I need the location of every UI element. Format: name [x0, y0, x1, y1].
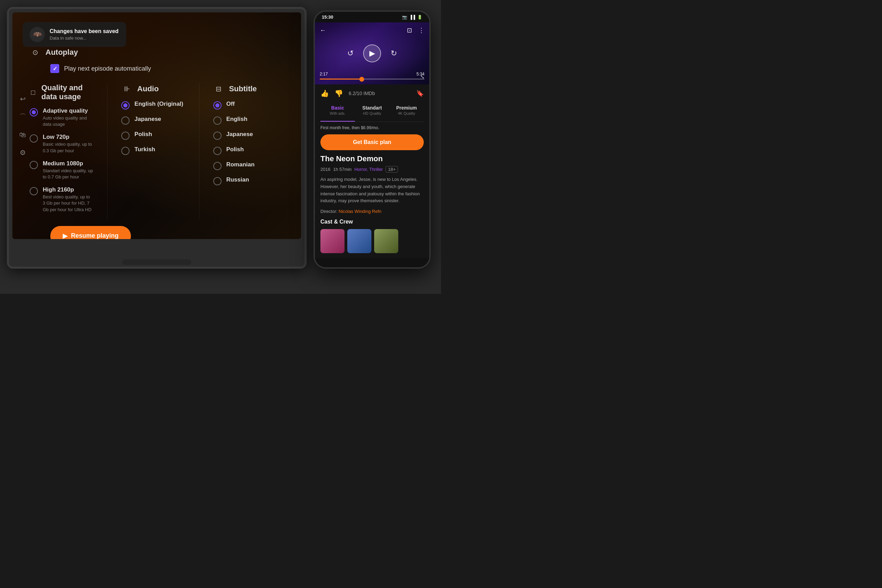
radio-circle	[213, 132, 222, 140]
radio-circle	[121, 101, 129, 110]
rewind-button[interactable]: ↺	[347, 49, 354, 58]
settings-panel: ⊙ Autoplay ✓ Play next episode automatic…	[30, 47, 291, 229]
autoplay-header: ⊙ Autoplay	[30, 47, 291, 58]
radio-text: English	[226, 116, 248, 123]
plan-premium-desc: 4K Quality	[391, 111, 422, 116]
radio-text: Low 720p Basic video quality, up to 0.3 …	[43, 134, 93, 154]
imdb-score: 6.2/10 IMDb	[349, 91, 375, 96]
sliders-icon[interactable]: ⚙	[18, 148, 28, 158]
quality-header: □ Quality and data usage	[30, 83, 93, 101]
subtitle-option[interactable]: Russian	[213, 176, 277, 185]
audio-title: Audio	[137, 84, 159, 93]
bag-icon[interactable]: 🛍	[18, 130, 28, 140]
cast-row	[320, 229, 424, 253]
autoplay-checkbox[interactable]: ✓	[50, 64, 59, 73]
director-row: Director: Nicolas Winding Refn	[320, 209, 424, 214]
subtitle-title: Subtitle	[229, 84, 257, 93]
bookmark-icon[interactable]: 🔖	[416, 90, 424, 97]
play-icon: ▶	[63, 232, 68, 239]
thumbs-down-icon[interactable]: 👎	[334, 89, 343, 98]
quality-section: □ Quality and data usage Adaptive qualit…	[30, 83, 107, 219]
radio-text: Japanese	[226, 131, 253, 138]
divider-2	[199, 83, 200, 219]
thumbs-up-icon[interactable]: 👍	[320, 89, 329, 98]
radio-circle	[121, 147, 129, 155]
signal-icon: ▐▐	[409, 15, 415, 20]
back-icon[interactable]: ↩	[18, 94, 28, 104]
plans-row: Basic With ads. Standart HD Quality Prem…	[320, 103, 424, 122]
play-pause-button[interactable]: ▶	[363, 44, 381, 62]
player-btn-row: ↺ ▶ ↻	[347, 44, 397, 62]
volume-icon[interactable]: ⌒	[18, 112, 28, 122]
cast-member-2[interactable]	[347, 229, 371, 253]
subtitle-icon: ⊟	[213, 83, 224, 94]
cast-member-1[interactable]	[320, 229, 345, 253]
radio-text: High 2160p Best video quality, up to 3 G…	[43, 186, 93, 213]
tv: 🦇 Changes have been saved Data in safe n…	[7, 7, 307, 268]
quality-option[interactable]: Medium 1080p Standart video quality, up …	[30, 160, 93, 180]
movie-year: 2016	[320, 167, 330, 172]
audio-option[interactable]: Polish	[121, 131, 185, 140]
radio-text: Medium 1080p Standart video quality, up …	[43, 160, 93, 180]
autoplay-section: ⊙ Autoplay ✓ Play next episode automatic…	[30, 47, 291, 73]
fullscreen-button[interactable]: ⤡	[420, 74, 424, 80]
phone: 15:30 📷 ▐▐ 🔋 ← ⊡ ⋮	[314, 10, 430, 268]
phone-info: 👍 👎 6.2/10 IMDb 🔖 Basic With ads.	[315, 84, 429, 258]
plan-price: First month free, then $6.99/mo.	[320, 125, 424, 130]
quality-option[interactable]: Adaptive quality Auto video quality and …	[30, 108, 93, 128]
divider-1	[107, 83, 108, 219]
cast-title: Cast & Crew	[320, 219, 424, 225]
subtitle-option[interactable]: Romanian	[213, 161, 277, 170]
get-plan-button[interactable]: Get Basic plan	[320, 134, 424, 150]
camera-icon: 📷	[402, 15, 407, 20]
radio-circle	[213, 116, 222, 125]
audio-option[interactable]: Turkish	[121, 146, 185, 155]
status-icons: 📷 ▐▐ 🔋	[402, 15, 422, 20]
phone-status-bar: 15:30 📷 ▐▐ 🔋	[315, 12, 429, 22]
plan-premium[interactable]: Premium 4K Quality	[389, 103, 424, 117]
director-name[interactable]: Nicolas Winding Refn	[339, 209, 381, 214]
radio-circle	[213, 147, 222, 155]
audio-header: ⊪ Audio	[121, 83, 185, 94]
rating-row: 👍 👎 6.2/10 IMDb 🔖	[320, 89, 424, 98]
subtitle-option[interactable]: Off	[213, 100, 277, 110]
radio-circle	[213, 177, 222, 185]
audio-option[interactable]: English (Original)	[121, 100, 185, 110]
plan-standart-name: Standart	[356, 105, 388, 111]
subtitle-options: Off English Japanese Polish Romanian	[213, 100, 277, 185]
audio-option[interactable]: Japanese	[121, 116, 185, 125]
notif-text: Changes have been saved Data in safe now…	[50, 28, 118, 40]
quality-option[interactable]: High 2160p Best video quality, up to 3 G…	[30, 186, 93, 213]
subtitle-option[interactable]: Polish	[213, 146, 277, 155]
cast-member-3[interactable]	[374, 229, 398, 253]
progress-track[interactable]	[320, 78, 424, 80]
forward-button[interactable]: ↻	[391, 49, 397, 58]
movie-description: An aspiring model, Jesse, is new to Los …	[320, 176, 424, 205]
tv-screen: 🦇 Changes have been saved Data in safe n…	[12, 12, 301, 239]
autoplay-title: Autoplay	[45, 48, 78, 57]
subtitle-option[interactable]: English	[213, 116, 277, 125]
settings-columns: □ Quality and data usage Adaptive qualit…	[30, 83, 291, 219]
subtitle-option[interactable]: Japanese	[213, 131, 277, 140]
plan-basic[interactable]: Basic With ads.	[320, 103, 355, 117]
movie-duration: 1h 57min	[333, 167, 351, 172]
resume-label: Resume playing	[71, 232, 118, 239]
plan-basic-name: Basic	[322, 105, 354, 111]
quality-option[interactable]: Low 720p Basic video quality, up to 0.3 …	[30, 134, 93, 154]
radio-text: English (Original)	[134, 100, 183, 108]
radio-text: Turkish	[134, 146, 155, 154]
radio-text: Polish	[226, 146, 244, 154]
plan-premium-name: Premium	[391, 105, 422, 111]
notif-title: Changes have been saved	[50, 28, 118, 34]
radio-circle	[213, 101, 222, 110]
resume-button[interactable]: ▶ Resume playing	[50, 226, 131, 239]
radio-text: Off	[226, 100, 235, 108]
tv-stand-base	[122, 260, 191, 265]
plan-standart[interactable]: Standart HD Quality	[355, 103, 389, 117]
current-time: 2:17	[320, 72, 328, 76]
quality-title: Quality and data usage	[41, 83, 93, 101]
audio-options: English (Original) Japanese Polish Turki…	[121, 100, 185, 155]
subtitle-section: ⊟ Subtitle Off English Japanese	[213, 83, 291, 219]
subtitle-header: ⊟ Subtitle	[213, 83, 277, 94]
phone-content[interactable]: 15:30 📷 ▐▐ 🔋 ← ⊡ ⋮	[315, 12, 429, 267]
